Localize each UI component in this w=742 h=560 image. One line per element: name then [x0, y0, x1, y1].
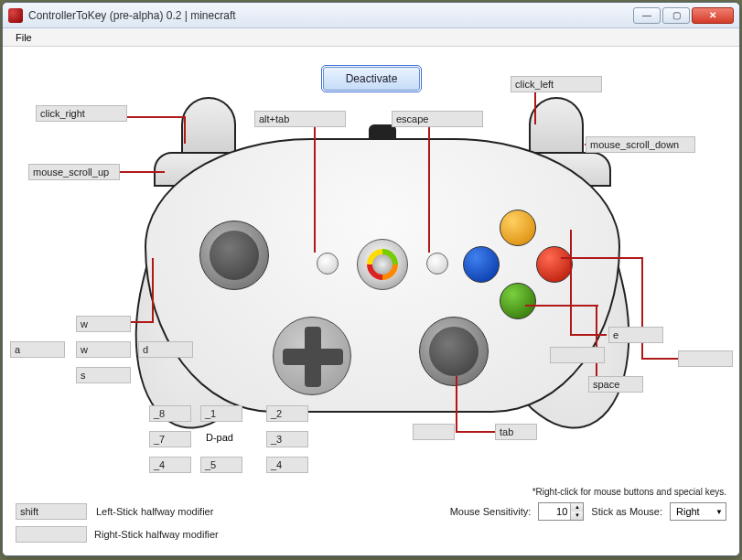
- right-half-modifier-label: Right-Stick halfway modifier: [94, 529, 219, 540]
- menubar: File: [3, 28, 739, 47]
- binding-dpad-ul[interactable]: _8: [149, 405, 191, 422]
- binding-dpad-d[interactable]: _5: [200, 457, 242, 473]
- binding-left-bumper[interactable]: mouse_scroll_up: [28, 164, 120, 180]
- left-half-modifier-input[interactable]: shift: [16, 503, 87, 520]
- chevron-down-icon: ▼: [715, 508, 723, 516]
- binding-face-b[interactable]: e: [608, 327, 663, 343]
- sensitivity-spinner[interactable]: ▲ ▼: [538, 502, 584, 521]
- binding-right-trigger[interactable]: click_right: [36, 105, 127, 122]
- right-half-modifier-input[interactable]: [16, 526, 87, 543]
- binding-left-trigger[interactable]: click_left: [511, 76, 602, 92]
- spinner-up-icon[interactable]: ▲: [571, 503, 583, 512]
- binding-lstick-down[interactable]: s: [76, 367, 131, 383]
- binding-face-a[interactable]: space: [588, 376, 643, 393]
- binding-rstick-side[interactable]: [413, 424, 455, 440]
- close-button[interactable]: ✕: [692, 7, 734, 24]
- binding-rstick-click[interactable]: tab: [495, 424, 537, 440]
- binding-lstick-right[interactable]: d: [138, 341, 193, 358]
- binding-dpad-r[interactable]: _3: [266, 431, 308, 447]
- window-title: ControllerToKey (pre-alpha) 0.2 | minecr…: [28, 9, 633, 22]
- binding-lstick-left[interactable]: a: [10, 341, 65, 358]
- binding-dpad-ur[interactable]: _2: [266, 405, 308, 422]
- menu-file[interactable]: File: [8, 31, 39, 44]
- binding-dpad-dr[interactable]: _4: [266, 457, 308, 473]
- stick-mouse-label: Stick as Mouse:: [591, 506, 662, 517]
- stick-mouse-combo[interactable]: Right ▼: [670, 502, 726, 521]
- binding-start[interactable]: escape: [392, 111, 483, 127]
- left-half-modifier-label: Left-Stick halfway modifier: [96, 506, 213, 517]
- controller-image: [145, 102, 620, 440]
- hint-note: *Right-click for mouse buttons and speci…: [16, 487, 726, 497]
- binding-lstick-up[interactable]: w: [76, 316, 131, 332]
- minimize-button[interactable]: —: [633, 7, 661, 24]
- maximize-button[interactable]: ▢: [662, 7, 690, 24]
- app-window: ControllerToKey (pre-alpha) 0.2 | minecr…: [2, 2, 740, 556]
- dpad-label: D-pad: [206, 432, 233, 443]
- sensitivity-label: Mouse Sensitivity:: [450, 506, 532, 517]
- binding-face-x[interactable]: [550, 347, 605, 363]
- binding-dpad-u[interactable]: _1: [200, 405, 242, 422]
- binding-back[interactable]: alt+tab: [254, 111, 346, 127]
- binding-lstick-up2[interactable]: w: [76, 341, 131, 358]
- content: Deactivate: [3, 47, 739, 555]
- deactivate-button[interactable]: Deactivate: [323, 67, 420, 91]
- binding-dpad-dl[interactable]: _4: [149, 457, 191, 473]
- app-icon: [8, 8, 23, 23]
- spinner-down-icon[interactable]: ▼: [571, 512, 583, 520]
- binding-right-bumper[interactable]: mouse_scroll_down: [586, 136, 695, 153]
- titlebar[interactable]: ControllerToKey (pre-alpha) 0.2 | minecr…: [3, 3, 739, 28]
- binding-dpad-l[interactable]: _7: [149, 431, 191, 447]
- footer: *Right-click for mouse buttons and speci…: [3, 481, 739, 555]
- sensitivity-value[interactable]: [539, 503, 570, 520]
- binding-face-x2[interactable]: [678, 350, 733, 367]
- stick-mouse-value: Right: [676, 506, 700, 517]
